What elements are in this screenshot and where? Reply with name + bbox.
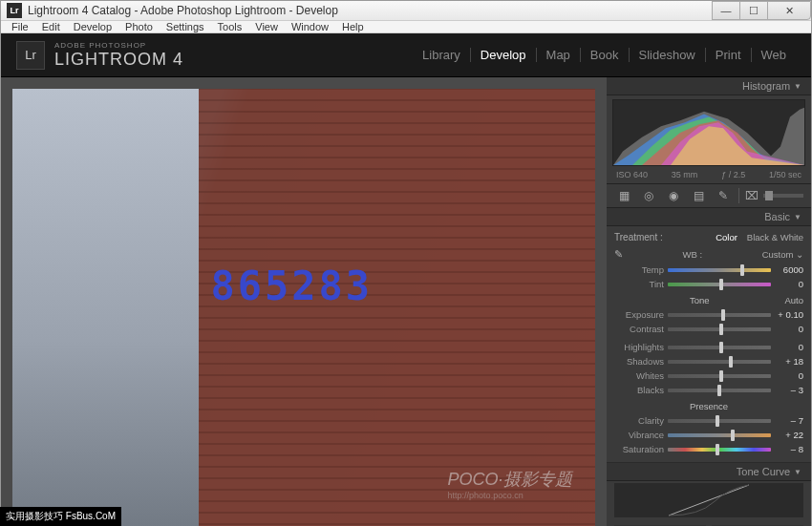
gradient-tool-icon[interactable]: ▤ [689,188,708,203]
menu-help[interactable]: Help [335,21,371,32]
wb-label: WB : [683,249,703,260]
whites-value[interactable]: 0 [775,370,803,381]
menu-window[interactable]: Window [285,21,335,32]
module-picker: Library Develop Map Book Slideshow Print… [413,48,796,62]
module-develop[interactable]: Develop [471,48,537,62]
contrast-value[interactable]: 0 [775,324,803,334]
vibrance-label: Vibrance [614,430,664,440]
tone-header: Tone [614,295,784,305]
shadows-value[interactable]: + 18 [775,356,803,367]
auto-tone[interactable]: Auto [784,295,803,305]
page-tag: 实用摄影技巧 FsBus.CoM [0,507,121,526]
spot-tool-icon[interactable]: ◎ [639,188,658,203]
minimize-button[interactable]: — [712,1,740,20]
blacks-slider[interactable] [668,389,771,392]
exif-row: ISO 640 35 mm ƒ / 2.5 1/50 sec [607,168,811,183]
highlights-slider[interactable] [668,346,771,349]
highlights-label: Highlights [614,342,664,352]
exposure-value[interactable]: + 0.10 [775,309,803,320]
switch-icon[interactable]: ⌧ [738,188,758,203]
menu-bar: File Edit Develop Photo Settings Tools V… [1,21,811,33]
chevron-down-icon: ▼ [794,82,801,91]
whites-label: Whites [614,370,664,381]
window-titlebar: Lr Lightroom 4 Catalog - Adobe Photoshop… [1,1,811,21]
exposure-slider[interactable] [668,313,771,317]
temp-value[interactable]: 6000 [775,264,803,275]
module-slideshow[interactable]: Slideshow [630,48,706,62]
chevron-down-icon: ▼ [794,213,801,221]
shadows-label: Shadows [614,356,664,367]
contrast-label: Contrast [614,324,664,334]
blacks-label: Blacks [614,385,664,395]
module-map[interactable]: Map [537,48,581,62]
menu-photo[interactable]: Photo [118,21,160,32]
menu-tools[interactable]: Tools [211,21,249,32]
treatment-color[interactable]: Color [716,232,737,242]
chevron-down-icon: ▼ [794,468,801,476]
clarity-slider[interactable] [668,419,771,423]
maximize-button[interactable]: ☐ [739,1,768,20]
wb-dropdown[interactable]: Custom ⌄ [762,249,803,260]
window-title: Lightroom 4 Catalog - Adobe Photoshop Li… [28,4,713,17]
watermark-corner: POCO·摄影专题 http://photo.poco.cn [448,468,572,500]
app-header: Lr ADOBE PHOTOSHOP LIGHTROOM 4 Library D… [1,33,811,77]
eyedropper-icon[interactable]: ✎ [614,248,623,261]
menu-view[interactable]: View [248,21,285,32]
saturation-slider[interactable] [668,448,771,452]
menu-settings[interactable]: Settings [160,21,211,32]
menu-file[interactable]: File [5,21,35,32]
treatment-bw[interactable]: Black & White [747,232,803,242]
histogram-header[interactable]: Histogram▼ [607,77,811,95]
app-icon: Lr [7,3,22,18]
saturation-value[interactable]: – 8 [775,444,803,454]
watermark-center: 865283 [210,263,373,309]
tint-value[interactable]: 0 [775,279,803,289]
highlights-value[interactable]: 0 [775,342,803,352]
module-web[interactable]: Web [752,48,797,62]
whites-slider[interactable] [668,374,771,378]
mask-slider[interactable] [763,194,803,198]
temp-slider[interactable] [668,268,771,272]
redeye-tool-icon[interactable]: ◉ [664,188,683,203]
exif-aperture: ƒ / 2.5 [721,170,745,179]
module-print[interactable]: Print [706,48,752,62]
exif-focal: 35 mm [672,170,698,179]
tone-curve-display[interactable] [614,483,803,517]
vibrance-slider[interactable] [668,433,771,437]
tone-curve-header[interactable]: Tone Curve▼ [607,463,811,481]
module-book[interactable]: Book [581,48,630,62]
basic-panel: Treatment : Color Black & White ✎ WB : C… [607,226,811,463]
shadows-slider[interactable] [668,360,771,364]
presence-header: Presence [614,401,803,411]
saturation-label: Saturation [614,444,664,454]
logo-badge: Lr [16,41,45,70]
vibrance-value[interactable]: + 22 [775,430,803,440]
clarity-value[interactable]: – 7 [775,415,803,426]
crop-tool-icon[interactable]: ▦ [614,188,633,203]
logo-text: ADOBE PHOTOSHOP LIGHTROOM 4 [54,41,183,70]
histogram-display[interactable] [612,99,805,166]
menu-edit[interactable]: Edit [35,21,67,32]
right-panel: Histogram▼ ISO 640 35 mm ƒ / 2.5 [607,77,811,526]
temp-label: Temp [614,264,664,275]
basic-header[interactable]: Basic▼ [607,208,811,226]
module-library[interactable]: Library [413,48,471,62]
exposure-label: Exposure [614,309,664,320]
exif-shutter: 1/50 sec [769,170,801,179]
clarity-label: Clarity [614,415,664,426]
brush-tool-icon[interactable]: ✎ [714,188,733,203]
tint-slider[interactable] [668,283,771,286]
menu-develop[interactable]: Develop [67,21,118,32]
blacks-value[interactable]: – 3 [775,385,803,395]
close-button[interactable]: ✕ [767,1,811,20]
tool-strip: ▦ ◎ ◉ ▤ ✎ ⌧ [607,183,811,208]
tint-label: Tint [614,279,664,289]
treatment-label: Treatment : [614,232,663,242]
image-canvas[interactable]: 865283 POCO·摄影专题 http://photo.poco.cn [1,77,607,526]
photo-preview: 865283 POCO·摄影专题 http://photo.poco.cn [12,89,595,526]
exif-iso: ISO 640 [616,170,648,179]
contrast-slider[interactable] [668,327,771,331]
